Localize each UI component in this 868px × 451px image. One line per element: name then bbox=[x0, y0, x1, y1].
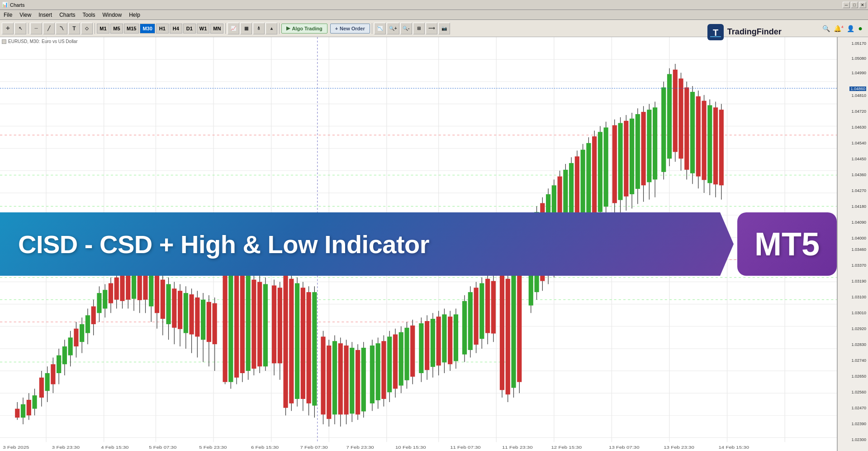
sep1 bbox=[28, 23, 28, 34]
svg-rect-184 bbox=[431, 319, 435, 367]
price-level-7: 1.04540 bbox=[851, 141, 866, 145]
price-level-21: 1.02740 bbox=[851, 358, 866, 363]
indicators-btn[interactable]: 📉 bbox=[374, 23, 386, 34]
timeframe-w1[interactable]: W1 bbox=[197, 24, 210, 34]
svg-rect-124 bbox=[246, 275, 251, 371]
grid-btn[interactable]: ⊞ bbox=[413, 23, 425, 34]
svg-text:6 Feb 15:30: 6 Feb 15:30 bbox=[251, 445, 279, 449]
svg-rect-168 bbox=[381, 341, 386, 399]
line-chart-btn[interactable]: 📈 bbox=[228, 23, 239, 34]
timeframe-mn[interactable]: MN bbox=[210, 24, 223, 34]
timeframe-m5[interactable]: M5 bbox=[110, 24, 123, 34]
svg-rect-106 bbox=[189, 294, 194, 334]
svg-rect-62 bbox=[62, 346, 67, 364]
notification-icon[interactable]: 🔔4 bbox=[834, 25, 843, 32]
svg-rect-194 bbox=[462, 301, 467, 355]
svg-rect-204 bbox=[491, 281, 496, 334]
svg-rect-252 bbox=[641, 112, 645, 185]
menu-file[interactable]: File bbox=[0, 10, 16, 19]
menubar: File View Insert Charts Tools Window Hel… bbox=[0, 10, 868, 20]
sep2 bbox=[95, 23, 95, 34]
svg-rect-186 bbox=[436, 317, 441, 365]
auto-scroll-btn[interactable]: ⟶ bbox=[426, 23, 437, 34]
price-level-12: 1.04090 bbox=[851, 220, 866, 225]
bar-chart-btn[interactable]: ▦ bbox=[240, 23, 252, 34]
svg-rect-202 bbox=[485, 279, 490, 333]
timeframe-m30[interactable]: M30 bbox=[140, 24, 155, 34]
svg-rect-52 bbox=[32, 395, 37, 408]
svg-rect-268 bbox=[690, 92, 695, 173]
svg-rect-48 bbox=[21, 404, 25, 417]
svg-rect-140 bbox=[295, 283, 299, 399]
timeframe-m1[interactable]: M1 bbox=[97, 24, 109, 34]
timeframe-h4[interactable]: H4 bbox=[170, 24, 182, 34]
svg-rect-132 bbox=[272, 285, 276, 363]
menu-insert[interactable]: Insert bbox=[35, 10, 56, 19]
horizontal-line-tool[interactable]: ─ bbox=[30, 23, 42, 34]
price-level-1: 1.05170 bbox=[851, 41, 866, 46]
svg-text:T: T bbox=[713, 28, 718, 38]
fib-tool[interactable]: 〽 bbox=[56, 23, 67, 34]
svg-rect-276 bbox=[713, 107, 718, 184]
algo-trading-button[interactable]: ▶ Algo Trading bbox=[281, 24, 327, 34]
text-tool[interactable]: T bbox=[68, 23, 80, 34]
menu-tools[interactable]: Tools bbox=[79, 10, 99, 19]
svg-rect-56 bbox=[45, 373, 50, 391]
menu-charts[interactable]: Charts bbox=[56, 10, 79, 19]
price-level-26: 1.02300 bbox=[851, 437, 866, 442]
order-icon: + bbox=[335, 26, 338, 31]
svg-text:5 Feb 23:30: 5 Feb 23:30 bbox=[199, 445, 227, 449]
svg-rect-246 bbox=[624, 121, 628, 197]
user-icon[interactable]: 👤 bbox=[847, 25, 854, 32]
menu-window[interactable]: Window bbox=[99, 10, 126, 19]
svg-rect-192 bbox=[454, 314, 458, 361]
svg-rect-102 bbox=[178, 291, 182, 329]
svg-rect-92 bbox=[149, 271, 153, 307]
svg-rect-158 bbox=[350, 348, 354, 413]
trend-line-tool[interactable]: ╱ bbox=[43, 23, 55, 34]
zoom-in-btn[interactable]: 🔍+ bbox=[387, 23, 399, 34]
svg-rect-104 bbox=[184, 293, 188, 333]
price-level-18: 1.03010 bbox=[851, 311, 866, 315]
svg-rect-58 bbox=[51, 364, 55, 384]
svg-rect-120 bbox=[234, 271, 239, 378]
minimize-button[interactable]: ─ bbox=[843, 2, 850, 8]
area-chart-btn[interactable]: ▲ bbox=[266, 23, 277, 34]
crosshair-tool[interactable]: ✛ bbox=[2, 23, 14, 34]
shapes-tool[interactable]: ◇ bbox=[81, 23, 93, 34]
chart-description: Euro vs US Dollar bbox=[42, 39, 77, 44]
timeframe-h1[interactable]: H1 bbox=[156, 24, 169, 34]
svg-rect-248 bbox=[630, 119, 634, 194]
chart-label: EURUSD, M30: Euro vs US Dollar bbox=[2, 39, 77, 44]
maximize-button[interactable]: □ bbox=[851, 2, 858, 8]
chart-area[interactable]: EURUSD, M30: Euro vs US Dollar bbox=[0, 37, 837, 451]
svg-rect-148 bbox=[321, 336, 325, 414]
price-level-10: 1.04270 bbox=[851, 188, 866, 193]
price-level-14: 1.03460 bbox=[851, 247, 866, 252]
pointer-tool[interactable]: ↖ bbox=[14, 23, 26, 34]
timeframe-m15[interactable]: M15 bbox=[124, 24, 139, 34]
price-level-4: 1.04810 bbox=[851, 93, 866, 98]
svg-rect-126 bbox=[251, 280, 256, 369]
search-icon[interactable]: 🔍 bbox=[822, 25, 830, 32]
menu-help[interactable]: Help bbox=[125, 10, 144, 19]
zoom-out-btn[interactable]: 🔍- bbox=[400, 23, 412, 34]
app-icon: 📊 bbox=[2, 2, 8, 8]
svg-rect-78 bbox=[109, 283, 113, 303]
timeframe-d1[interactable]: D1 bbox=[183, 24, 196, 34]
logo-svg: T bbox=[707, 23, 725, 41]
svg-rect-72 bbox=[91, 307, 96, 324]
screenshot-btn[interactable]: 📷 bbox=[438, 23, 450, 34]
close-button[interactable]: ✕ bbox=[859, 2, 866, 8]
sep5 bbox=[372, 23, 372, 34]
new-order-button[interactable]: + New Order bbox=[330, 24, 370, 34]
svg-rect-130 bbox=[263, 284, 268, 366]
svg-rect-242 bbox=[612, 125, 617, 203]
svg-rect-278 bbox=[719, 110, 724, 185]
menu-view[interactable]: View bbox=[16, 10, 35, 19]
candle-chart-btn[interactable]: 🕯 bbox=[253, 23, 265, 34]
top-icons: 🔍 🔔4 👤 ● bbox=[822, 24, 863, 33]
svg-rect-114 bbox=[213, 303, 217, 344]
svg-text:13 Feb 07:30: 13 Feb 07:30 bbox=[609, 445, 640, 449]
svg-text:7 Feb 23:30: 7 Feb 23:30 bbox=[346, 445, 375, 449]
